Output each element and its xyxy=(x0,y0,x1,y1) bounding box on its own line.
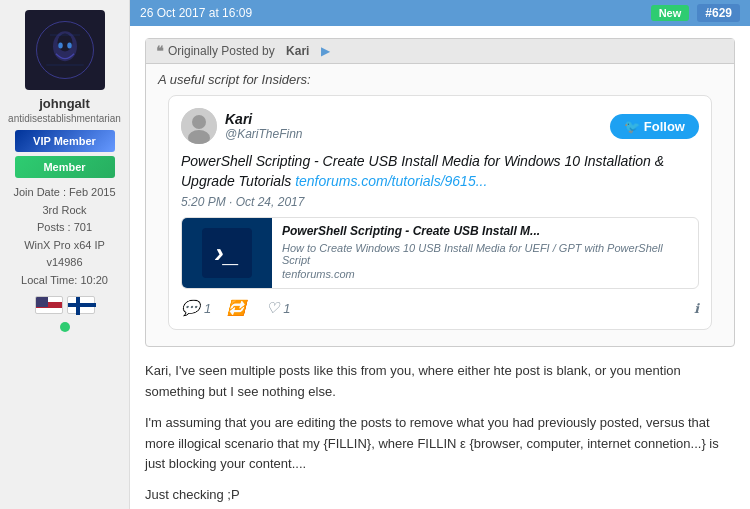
reply-icon: 💬 xyxy=(181,299,200,317)
post-body: ❝ Originally Posted by Kari ▶ A useful s… xyxy=(130,26,750,509)
main-content: 26 Oct 2017 at 16:09 New #629 ❝ Original… xyxy=(130,0,750,509)
quote-content: A useful script for Insiders: xyxy=(146,64,734,346)
svg-point-2 xyxy=(57,34,72,52)
like-icon: ♡ xyxy=(266,299,279,317)
user-stats: Join Date : Feb 2015 3rd Rock Posts : 70… xyxy=(5,184,124,290)
tweet-link[interactable]: tenforums.com/tutorials/9615... xyxy=(295,173,487,189)
local-time: Local Time: 10:20 xyxy=(5,272,124,290)
tweet-handle: @KariTheFinn xyxy=(225,127,610,141)
tweet-header: Kari @KariTheFinn 🐦 Follow xyxy=(181,108,699,144)
tweet-preview-domain: tenforums.com xyxy=(282,268,688,280)
twitter-bird-icon: 🐦 xyxy=(624,119,640,134)
quote-author: Kari xyxy=(286,44,309,58)
username: johngalt xyxy=(39,96,90,111)
follow-label: Follow xyxy=(644,119,685,134)
flags xyxy=(35,296,95,314)
online-indicator xyxy=(60,322,70,332)
vip-badge: VIP Member xyxy=(15,130,115,152)
originally-posted-by: Originally Posted by xyxy=(168,44,275,58)
post-paragraph-1: Kari, I've seen multiple posts like this… xyxy=(145,361,735,403)
retweet-action[interactable]: 🔁 xyxy=(227,299,250,317)
tweet-card: Kari @KariTheFinn 🐦 Follow PowerShell Sc… xyxy=(168,95,712,330)
retweet-icon: 🔁 xyxy=(227,299,246,317)
post-paragraph-2: I'm assuming that you are editing the po… xyxy=(145,413,735,475)
tweet-preview-title: PowerShell Scripting - Create USB Instal… xyxy=(282,224,688,238)
quote-icon: ❝ xyxy=(156,43,164,59)
page-wrapper: johngalt antidisestablishmentarian VIP M… xyxy=(0,0,750,509)
tweet-time: 5:20 PM · Oct 24, 2017 xyxy=(181,195,699,209)
flag-us xyxy=(35,296,63,314)
powershell-icon: ›_ xyxy=(202,228,252,278)
tweet-preview-content: PowerShell Scripting - Create USB Instal… xyxy=(272,218,698,288)
tweet-avatar xyxy=(181,108,217,144)
join-date: Join Date : Feb 2015 xyxy=(5,184,124,202)
post-number: #629 xyxy=(697,4,740,22)
reply-count: 1 xyxy=(204,301,211,316)
view-post-icon[interactable]: ▶ xyxy=(321,44,330,58)
tweet-actions: 💬 1 🔁 ♡ 1 ℹ xyxy=(181,299,699,317)
svg-point-3 xyxy=(58,43,63,49)
sidebar: johngalt antidisestablishmentarian VIP M… xyxy=(0,0,130,509)
vip-badge-label: VIP Member xyxy=(33,135,96,147)
user-title: antidisestablishmentarian xyxy=(8,113,121,124)
tweet-preview-desc: How to Create Windows 10 USB Install Med… xyxy=(282,242,688,266)
member-badge-label: Member xyxy=(43,161,85,173)
post-header: 26 Oct 2017 at 16:09 New #629 xyxy=(130,0,750,26)
follow-button[interactable]: 🐦 Follow xyxy=(610,114,699,139)
post-timestamp: 26 Oct 2017 at 16:09 xyxy=(140,6,252,20)
quote-box: ❝ Originally Posted by Kari ▶ A useful s… xyxy=(145,38,735,347)
quote-header: ❝ Originally Posted by Kari ▶ xyxy=(146,39,734,64)
info-icon[interactable]: ℹ xyxy=(694,301,699,316)
tweet-preview-image: ›_ xyxy=(182,218,272,288)
svg-point-8 xyxy=(192,115,206,129)
svg-point-4 xyxy=(67,43,72,49)
member-badge: Member xyxy=(15,156,115,178)
like-action[interactable]: ♡ 1 xyxy=(266,299,290,317)
avatar xyxy=(25,10,105,90)
flag-fi xyxy=(67,296,95,314)
posts: Posts : 701 xyxy=(5,219,124,237)
tweet-name: Kari xyxy=(225,111,610,127)
tweet-preview[interactable]: ›_ PowerShell Scripting - Create USB Ins… xyxy=(181,217,699,289)
post-paragraph-3: Just checking ;P xyxy=(145,485,735,506)
ps-icon-text: ›_ xyxy=(215,237,240,269)
rank: 3rd Rock xyxy=(5,202,124,220)
tweet-text: PowerShell Scripting - Create USB Instal… xyxy=(181,152,699,191)
new-badge: New xyxy=(651,5,690,21)
reply-action[interactable]: 💬 1 xyxy=(181,299,211,317)
tweet-user-info: Kari @KariTheFinn xyxy=(225,111,610,141)
like-count: 1 xyxy=(283,301,290,316)
system-info: WinX Pro x64 IP v14986 xyxy=(5,237,124,272)
